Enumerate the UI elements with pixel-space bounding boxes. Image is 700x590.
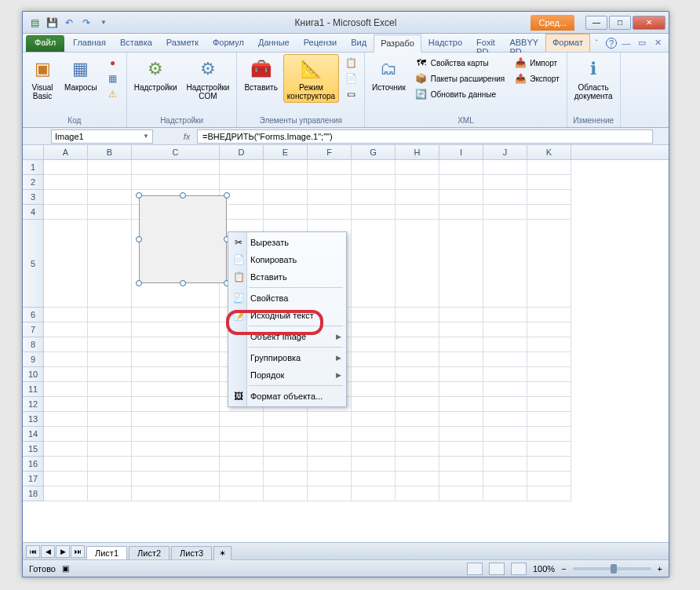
cell[interactable] bbox=[396, 472, 439, 486]
cell[interactable] bbox=[44, 472, 88, 486]
cell[interactable] bbox=[439, 322, 483, 337]
cell[interactable] bbox=[483, 397, 527, 412]
cell[interactable] bbox=[44, 175, 88, 190]
cell[interactable] bbox=[527, 427, 571, 442]
cell[interactable] bbox=[88, 175, 132, 190]
cell[interactable] bbox=[88, 190, 132, 205]
col-header-D[interactable]: D bbox=[220, 145, 264, 159]
cell[interactable] bbox=[88, 352, 132, 367]
refresh-data-button[interactable]: 🔄Обновить данные bbox=[413, 87, 507, 101]
resize-handle-ne[interactable] bbox=[224, 192, 230, 198]
relative-refs-button[interactable]: ▦ bbox=[104, 71, 122, 86]
cell[interactable] bbox=[44, 442, 88, 457]
cell[interactable] bbox=[308, 442, 352, 457]
sheet-tab-2[interactable]: Лист2 bbox=[129, 546, 170, 559]
undo-icon[interactable]: ↶ bbox=[62, 16, 76, 30]
insert-control-button[interactable]: 🧰 Вставить bbox=[240, 54, 281, 94]
cell[interactable] bbox=[44, 160, 88, 175]
zoom-thumb[interactable] bbox=[611, 564, 617, 574]
cell[interactable] bbox=[132, 412, 220, 427]
cell[interactable] bbox=[44, 382, 88, 397]
tab-data[interactable]: Данные bbox=[251, 34, 297, 52]
row-header[interactable]: 3 bbox=[23, 190, 44, 205]
cell[interactable] bbox=[308, 486, 352, 501]
zoom-slider[interactable] bbox=[573, 567, 651, 570]
cell[interactable] bbox=[396, 427, 439, 442]
resize-handle-sw[interactable] bbox=[136, 280, 142, 286]
cell[interactable] bbox=[439, 412, 483, 427]
cell[interactable] bbox=[439, 205, 483, 220]
cell[interactable] bbox=[396, 352, 439, 367]
tab-review[interactable]: Рецензи bbox=[297, 34, 345, 52]
cell[interactable] bbox=[352, 322, 396, 337]
cell[interactable] bbox=[308, 205, 352, 220]
view-normal-button[interactable] bbox=[467, 563, 483, 575]
minimize-button[interactable]: — bbox=[585, 16, 607, 30]
cell[interactable] bbox=[220, 457, 264, 472]
design-mode-button[interactable]: 📐 Режим конструктора bbox=[283, 54, 339, 103]
cell[interactable] bbox=[527, 205, 571, 220]
cell[interactable] bbox=[439, 472, 483, 486]
cell[interactable] bbox=[308, 457, 352, 472]
macros-button[interactable]: ▦ Макросы bbox=[60, 54, 101, 94]
row-header[interactable]: 13 bbox=[23, 412, 44, 427]
row-header[interactable]: 4 bbox=[23, 205, 44, 220]
resize-handle-n[interactable] bbox=[180, 192, 186, 198]
sheet-tab-1[interactable]: Лист1 bbox=[86, 546, 127, 559]
cell[interactable] bbox=[352, 337, 396, 352]
row-header[interactable]: 10 bbox=[23, 367, 44, 382]
cell[interactable] bbox=[220, 175, 264, 190]
cell[interactable] bbox=[132, 352, 220, 367]
cell[interactable] bbox=[132, 308, 220, 322]
sheet-tab-3[interactable]: Лист3 bbox=[171, 546, 212, 559]
visual-basic-button[interactable]: ▣ Visual Basic bbox=[26, 54, 59, 103]
cell[interactable] bbox=[220, 160, 264, 175]
col-header-K[interactable]: K bbox=[527, 145, 571, 159]
cell[interactable] bbox=[132, 472, 220, 486]
cell[interactable] bbox=[352, 412, 396, 427]
row-header[interactable]: 16 bbox=[23, 457, 44, 472]
cell[interactable] bbox=[44, 412, 88, 427]
cell[interactable] bbox=[527, 160, 571, 175]
tab-insert[interactable]: Вставка bbox=[113, 34, 159, 52]
ctx-properties[interactable]: 🧾Свойства bbox=[228, 290, 346, 307]
cell[interactable] bbox=[88, 397, 132, 412]
cell[interactable] bbox=[527, 486, 571, 501]
cell[interactable] bbox=[44, 220, 88, 308]
col-header-H[interactable]: H bbox=[396, 145, 439, 159]
cell[interactable] bbox=[44, 205, 88, 220]
resize-handle-w[interactable] bbox=[136, 236, 142, 242]
cell[interactable] bbox=[308, 160, 352, 175]
run-dialog-button[interactable]: ▭ bbox=[342, 87, 359, 101]
cell[interactable] bbox=[44, 486, 88, 501]
cell[interactable] bbox=[396, 442, 439, 457]
cell[interactable] bbox=[352, 486, 396, 501]
cell[interactable] bbox=[439, 308, 483, 322]
cell[interactable] bbox=[264, 442, 308, 457]
status-macro-icon[interactable]: ▣ bbox=[62, 564, 69, 573]
select-all-corner[interactable] bbox=[23, 145, 44, 159]
cell[interactable] bbox=[527, 352, 571, 367]
sheet-nav-next[interactable]: ▶ bbox=[56, 545, 70, 558]
resize-handle-s[interactable] bbox=[180, 280, 186, 286]
cell[interactable] bbox=[527, 190, 571, 205]
fx-icon[interactable]: fx bbox=[177, 132, 197, 141]
col-header-C[interactable]: C bbox=[132, 145, 220, 159]
cell[interactable] bbox=[44, 322, 88, 337]
new-sheet-button[interactable]: ✶ bbox=[213, 546, 232, 560]
cell[interactable] bbox=[352, 442, 396, 457]
ctx-format-object[interactable]: 🖼Формат объекта... bbox=[228, 388, 346, 405]
cell[interactable] bbox=[352, 352, 396, 367]
cell[interactable] bbox=[132, 457, 220, 472]
cell[interactable] bbox=[483, 382, 527, 397]
tab-developer[interactable]: Разрабо bbox=[374, 35, 421, 53]
cell[interactable] bbox=[352, 160, 396, 175]
cell[interactable] bbox=[44, 427, 88, 442]
col-header-A[interactable]: A bbox=[44, 145, 88, 159]
xml-export-button[interactable]: 📤Экспорт bbox=[512, 71, 562, 86]
cell[interactable] bbox=[396, 190, 439, 205]
expansion-packs-button[interactable]: 📦Пакеты расширения bbox=[413, 71, 507, 86]
name-box[interactable]: Image1 ▼ bbox=[51, 129, 153, 144]
cell[interactable] bbox=[44, 352, 88, 367]
cell[interactable] bbox=[396, 367, 439, 382]
